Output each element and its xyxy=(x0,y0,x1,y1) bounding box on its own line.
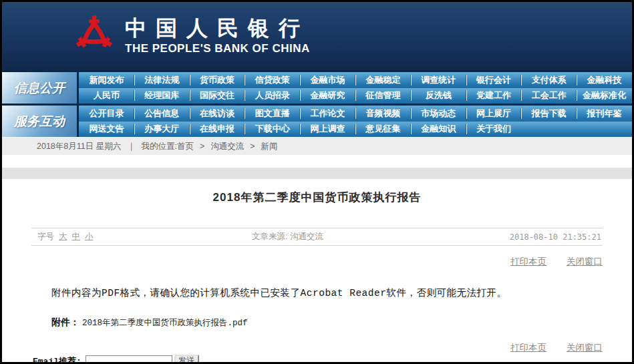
nav-item[interactable]: 银行会计 xyxy=(466,72,522,88)
nav-item[interactable]: 国际交往 xyxy=(190,88,245,104)
nav-item[interactable]: 反洗钱 xyxy=(411,88,466,104)
close-window-link[interactable]: 关闭窗口 xyxy=(567,342,603,354)
nav-item[interactable]: 人员招录 xyxy=(245,88,300,104)
email-input[interactable] xyxy=(86,355,172,364)
logo-text-block: 中国人民银行 THE PEOPLE'S BANK OF CHINA xyxy=(125,17,310,55)
font-size-label: 字号 xyxy=(37,231,54,242)
nav-item[interactable]: 经理国库 xyxy=(134,88,190,104)
nav-filler xyxy=(521,122,577,138)
nav-item[interactable]: 金融标准化 xyxy=(577,88,632,104)
page: 中国人民银行 THE PEOPLE'S BANK OF CHINA 信息公开新闻… xyxy=(0,0,634,364)
print-page-link[interactable]: 打印本页 xyxy=(510,256,546,268)
nav-item[interactable]: 意见征集 xyxy=(355,122,411,138)
font-size-small-button[interactable]: 小 xyxy=(85,231,94,242)
nav-item[interactable]: 报告下载 xyxy=(521,106,577,122)
close-window-link[interactable]: 关闭窗口 xyxy=(567,256,603,268)
nav-item[interactable]: 人民币 xyxy=(79,88,134,104)
send-button[interactable]: 发送 xyxy=(174,355,199,364)
pboc-logo-icon xyxy=(73,13,116,59)
email-recommend-row: Email推荐: 发送 xyxy=(31,355,603,364)
article-title: 2018年第二季度中国货币政策执行报告 xyxy=(31,190,603,205)
spacer-strip xyxy=(2,155,632,168)
nav-item[interactable]: 报刊年鉴 xyxy=(577,106,632,122)
main-nav: 信息公开新闻发布法律法规货币政策信贷政策金融市场金融稳定调查统计银行会计支付体系… xyxy=(2,70,632,137)
nav-item[interactable]: 工作论文 xyxy=(300,106,355,122)
nav-item[interactable]: 图文直播 xyxy=(245,106,300,122)
nav-item[interactable]: 下载中心 xyxy=(245,122,300,138)
nav-item[interactable]: 调查统计 xyxy=(411,72,466,88)
nav-item[interactable]: 在线申报 xyxy=(190,122,245,138)
spacer-strip xyxy=(2,168,632,179)
nav-item[interactable]: 金融知识 xyxy=(411,122,466,138)
print-page-link[interactable]: 打印本页 xyxy=(510,342,546,354)
nav-item[interactable]: 网送文告 xyxy=(79,122,134,138)
font-size-medium-button[interactable]: 中 xyxy=(72,231,81,242)
breadcrumb-location-prefix[interactable]: 我的位置:首页 xyxy=(141,141,193,152)
nav-filler xyxy=(577,122,632,138)
nav-section-label[interactable]: 信息公开 xyxy=(2,72,77,104)
nav-section-label[interactable]: 服务互动 xyxy=(2,106,77,137)
nav-item[interactable]: 征信管理 xyxy=(355,88,411,104)
nav-item[interactable]: 公告信息 xyxy=(134,106,190,122)
bank-name-en: THE PEOPLE'S BANK OF CHINA xyxy=(125,42,310,55)
nav-item[interactable]: 支付体系 xyxy=(521,72,577,88)
breadcrumb-arrow-icon: > xyxy=(200,142,204,151)
site-header: 中国人民银行 THE PEOPLE'S BANK OF CHINA xyxy=(2,2,632,70)
nav-item[interactable]: 市场动态 xyxy=(411,106,466,122)
page-actions-top: 打印本页 关闭窗口 xyxy=(31,256,603,268)
nav-item[interactable]: 工会工作 xyxy=(521,88,577,104)
email-recommend-label: Email推荐: xyxy=(33,355,82,364)
nav-item[interactable]: 网上调查 xyxy=(300,122,355,138)
nav-item[interactable]: 金融市场 xyxy=(300,72,355,88)
nav-item[interactable]: 关于我们 xyxy=(466,122,522,138)
breadcrumb-item-category[interactable]: 沟通交流 xyxy=(210,141,244,152)
attachment-label: 附件： xyxy=(51,317,80,327)
nav-item[interactable]: 金融科技 xyxy=(577,72,632,88)
nav-item[interactable]: 网上展厅 xyxy=(466,106,522,122)
nav-item[interactable]: 党建工作 xyxy=(466,88,522,104)
nav-row: 新闻发布法律法规货币政策信贷政策金融市场金融稳定调查统计银行会计支付体系金融科技 xyxy=(79,72,632,88)
attachment-pdf-link[interactable]: 2018年第二季度中国货币政策执行报告.pdf xyxy=(82,319,248,328)
nav-item[interactable]: 音频视频 xyxy=(355,106,411,122)
page-actions-bottom: 打印本页 关闭窗口 xyxy=(31,342,603,354)
breadcrumb-date: 2018年8月11日 星期六 xyxy=(37,141,121,152)
breadcrumb-arrow-icon: > xyxy=(250,142,255,151)
nav-section: 信息公开新闻发布法律法规货币政策信贷政策金融市场金融稳定调查统计银行会计支付体系… xyxy=(2,72,632,104)
article-source: 文章来源: 沟通交流 xyxy=(252,231,510,242)
article-body-text: 附件内容为PDF格式，请确认您的计算机系统中已安装了Acrobat Reader… xyxy=(51,287,603,299)
nav-section: 服务互动公开目录公告信息在线访谈图文直播工作论文音频视频市场动态网上展厅报告下载… xyxy=(2,106,632,137)
nav-item[interactable]: 法律法规 xyxy=(134,72,190,88)
article-meta-bar: 字号 大 中 小 文章来源: 沟通交流 2018-08-10 21:35:21 xyxy=(31,228,603,246)
breadcrumb: 2018年8月11日 星期六 ｜ 我的位置:首页 > 沟通交流 > 新闻 xyxy=(2,137,632,155)
nav-row: 网送文告办事大厅在线申报下载中心网上调查意见征集金融知识关于我们 xyxy=(79,122,632,138)
breadcrumb-item-news[interactable]: 新闻 xyxy=(261,141,278,152)
nav-row: 人民币经理国库国际交往人员招录金融研究征信管理反洗钱党建工作工会工作金融标准化 xyxy=(79,88,632,104)
nav-row: 公开目录公告信息在线访谈图文直播工作论文音频视频市场动态网上展厅报告下载报刊年鉴 xyxy=(79,106,632,122)
nav-item[interactable]: 新闻发布 xyxy=(79,72,134,88)
nav-item[interactable]: 货币政策 xyxy=(190,72,245,88)
font-size-controls: 字号 大 中 小 xyxy=(31,231,252,242)
breadcrumb-divider: ｜ xyxy=(127,141,135,152)
nav-item[interactable]: 办事大厅 xyxy=(134,122,190,138)
attachment-line: 附件： 2018年第二季度中国货币政策执行报告.pdf xyxy=(51,317,603,329)
article-datetime: 2018-08-10 21:35:21 xyxy=(510,232,603,242)
nav-item[interactable]: 公开目录 xyxy=(79,106,134,122)
nav-item[interactable]: 金融稳定 xyxy=(355,72,411,88)
bank-name-cn: 中国人民银行 xyxy=(125,17,310,40)
font-size-large-button[interactable]: 大 xyxy=(59,231,67,242)
article-panel: 2018年第二季度中国货币政策执行报告 字号 大 中 小 文章来源: 沟通交流 … xyxy=(2,179,632,364)
nav-item[interactable]: 信贷政策 xyxy=(245,72,300,88)
nav-item[interactable]: 金融研究 xyxy=(300,88,355,104)
nav-item[interactable]: 在线访谈 xyxy=(190,106,245,122)
